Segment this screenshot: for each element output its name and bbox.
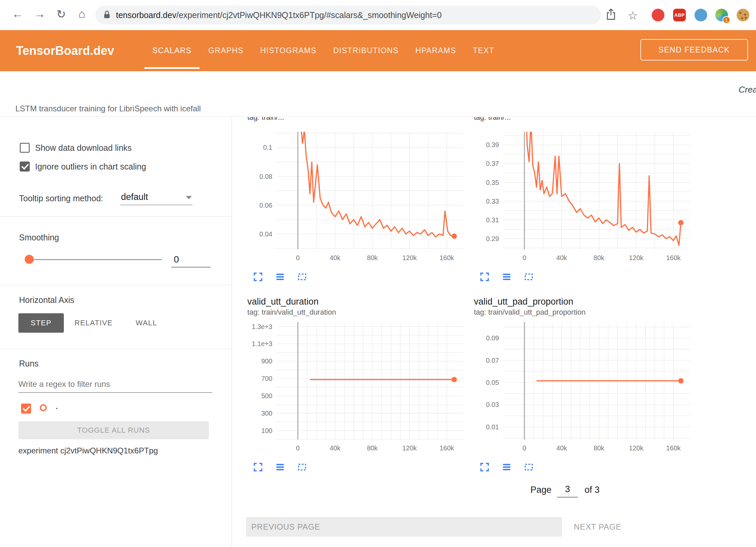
- settings-sidebar: Show data download links Ignore outliers…: [0, 117, 232, 547]
- svg-text:80k: 80k: [367, 254, 378, 261]
- run-name: .: [55, 401, 58, 411]
- fit-domain-icon[interactable]: [523, 271, 534, 282]
- runs-selector-icon[interactable]: [275, 271, 285, 282]
- smoothing-value-input[interactable]: [171, 252, 211, 267]
- chart-toolbar: [253, 271, 307, 282]
- chart-toolbar: [253, 462, 307, 472]
- fullscreen-icon[interactable]: [253, 462, 263, 472]
- axis-relative-button[interactable]: RELATIVE: [71, 313, 116, 333]
- scalars-dashboard: tag: train/...0.040.060.080.1040k80k120k…: [232, 117, 756, 547]
- tooltip-sorting-label: Tooltip sorting method:: [19, 193, 103, 203]
- svg-text:0.31: 0.31: [486, 216, 499, 224]
- notification-badge: 1: [723, 16, 730, 24]
- divider: [0, 349, 232, 349]
- extension-abp-icon[interactable]: ABP: [673, 9, 686, 21]
- svg-text:160k: 160k: [666, 254, 681, 261]
- svg-text:1.3e+3: 1.3e+3: [252, 323, 272, 330]
- reload-icon[interactable]: ↻: [53, 7, 69, 21]
- svg-text:80k: 80k: [594, 254, 605, 261]
- tab-hparams[interactable]: HPARAMS: [415, 30, 456, 71]
- toggle-all-runs-button[interactable]: TOGGLE ALL RUNS: [18, 421, 209, 439]
- chart-tag-clipped: tag: train/...: [474, 117, 681, 121]
- back-icon[interactable]: ←: [10, 7, 25, 20]
- run-color-swatch[interactable]: [40, 404, 47, 411]
- page-label: Page: [530, 485, 551, 495]
- svg-text:40k: 40k: [556, 254, 567, 261]
- svg-text:120k: 120k: [402, 444, 417, 452]
- line-chart[interactable]: 1003005007009001.1e+31.3e+3040k80k120k16…: [245, 321, 465, 455]
- svg-text:0.1: 0.1: [263, 144, 272, 151]
- tooltip-sorting-value: default: [121, 192, 148, 202]
- svg-text:0.06: 0.06: [259, 202, 272, 209]
- smoothing-label: Smoothing: [19, 232, 59, 242]
- svg-text:0.29: 0.29: [486, 235, 499, 242]
- page-of-label: of 3: [585, 485, 600, 495]
- page-number-input[interactable]: [557, 481, 578, 498]
- line-chart[interactable]: 0.290.310.330.350.370.39040k80k120k160k: [471, 130, 692, 265]
- created-text-clipped: Crea: [739, 85, 756, 95]
- previous-page-button[interactable]: PREVIOUS PAGE: [246, 517, 562, 537]
- fullscreen-icon[interactable]: [479, 271, 490, 282]
- tab-histograms[interactable]: HISTOGRAMS: [260, 30, 317, 71]
- bookmark-star-icon[interactable]: ☆: [628, 9, 638, 22]
- browser-toolbar: ← → ↻ ⌂ tensorboard.dev/experiment/cj2vt…: [0, 0, 756, 30]
- runs-selector-icon[interactable]: [275, 462, 285, 472]
- svg-text:120k: 120k: [629, 444, 644, 452]
- runs-filter-input[interactable]: [18, 376, 212, 393]
- extension-cookie-icon[interactable]: [737, 9, 749, 21]
- chart-tag: tag: train/valid_utt_pad_proportion: [474, 308, 586, 317]
- axis-wall-button[interactable]: WALL: [130, 313, 162, 333]
- svg-text:300: 300: [261, 410, 272, 417]
- url-text: tensorboard.dev/experiment/cj2vtPiwQHKN9…: [116, 10, 442, 20]
- chart-tag: tag: train/valid_utt_duration: [247, 308, 336, 317]
- experiment-description: LSTM transducer training for LibriSpeech…: [15, 104, 201, 113]
- next-page-button[interactable]: NEXT PAGE: [574, 517, 621, 537]
- svg-text:40k: 40k: [330, 254, 341, 261]
- svg-text:0: 0: [523, 444, 526, 452]
- line-chart[interactable]: 0.010.030.050.070.09040k80k120k160k: [471, 321, 692, 455]
- smoothing-slider-thumb[interactable]: [25, 255, 34, 264]
- svg-text:0.04: 0.04: [259, 230, 272, 238]
- axis-step-button[interactable]: STEP: [18, 313, 64, 333]
- send-feedback-button[interactable]: SEND FEEDBACK: [640, 39, 748, 61]
- ignore-outliers-checkbox[interactable]: [20, 161, 30, 172]
- chart-title: valid_utt_duration: [247, 297, 319, 307]
- profile-avatar[interactable]: 1: [715, 9, 728, 21]
- tab-distributions[interactable]: DISTRIBUTIONS: [333, 30, 399, 71]
- home-icon[interactable]: ⌂: [74, 7, 90, 20]
- extension-adblock-icon[interactable]: [652, 9, 664, 21]
- svg-text:500: 500: [261, 392, 272, 400]
- chart-title: valid_utt_pad_proportion: [474, 297, 573, 307]
- runs-label: Runs: [19, 358, 38, 368]
- runs-selector-icon[interactable]: [501, 271, 512, 282]
- show-download-checkbox[interactable]: [20, 143, 30, 153]
- fullscreen-icon[interactable]: [253, 271, 263, 282]
- fit-domain-icon[interactable]: [523, 462, 534, 472]
- nav-tabs: SCALARSGRAPHSHISTOGRAMSDISTRIBUTIONSHPAR…: [152, 30, 494, 71]
- svg-text:0.08: 0.08: [259, 173, 272, 180]
- tab-text[interactable]: TEXT: [473, 30, 494, 71]
- share-icon[interactable]: [606, 8, 616, 22]
- address-bar[interactable]: tensorboard.dev/experiment/cj2vtPiwQHKN9…: [95, 6, 601, 24]
- experiment-subheader: Crea LSTM transducer training for LibriS…: [0, 71, 756, 117]
- run-checkbox[interactable]: [21, 404, 31, 414]
- fit-domain-icon[interactable]: [297, 271, 307, 282]
- divider: [0, 216, 232, 217]
- tab-graphs[interactable]: GRAPHS: [208, 30, 244, 71]
- svg-text:0.37: 0.37: [486, 160, 499, 167]
- fit-domain-icon[interactable]: [297, 462, 307, 472]
- svg-text:0.33: 0.33: [486, 198, 499, 205]
- extension-blue-icon[interactable]: [695, 9, 707, 21]
- svg-text:0.35: 0.35: [486, 179, 499, 186]
- line-chart[interactable]: 0.040.060.080.1040k80k120k160k: [245, 130, 465, 265]
- svg-text:160k: 160k: [439, 444, 454, 452]
- tooltip-sorting-select[interactable]: default: [120, 190, 193, 205]
- svg-text:160k: 160k: [666, 444, 681, 452]
- smoothing-slider-track[interactable]: [29, 259, 162, 260]
- runs-selector-icon[interactable]: [501, 462, 512, 472]
- horizontal-axis-label: Horizontal Axis: [19, 295, 74, 305]
- forward-icon[interactable]: →: [32, 7, 47, 20]
- svg-text:120k: 120k: [629, 254, 644, 261]
- tab-scalars[interactable]: SCALARS: [152, 30, 192, 71]
- fullscreen-icon[interactable]: [479, 462, 490, 472]
